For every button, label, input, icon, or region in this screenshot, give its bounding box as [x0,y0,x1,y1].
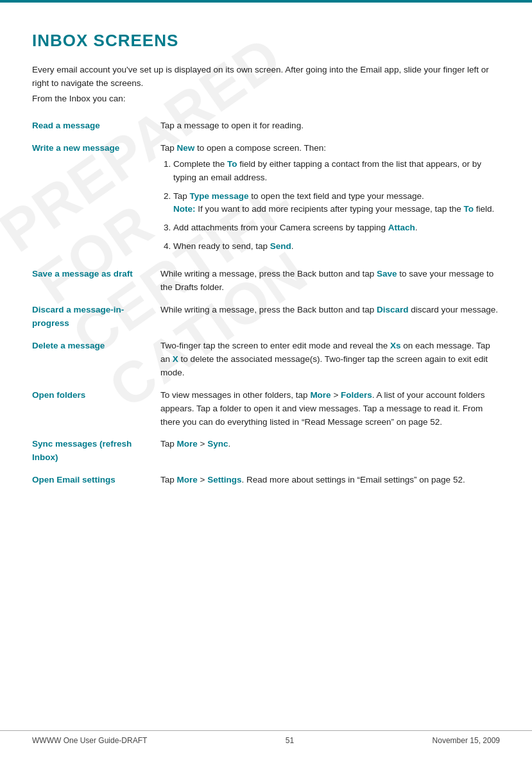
table-row: Read a messageTap a message to open it f… [32,115,500,137]
table-row: Open Email settingsTap More > Settings. … [32,469,500,492]
table-row: Save a message as draftWhile writing a m… [32,263,500,299]
table-row: Open foldersTo view messages in other fo… [32,384,500,434]
teal-text: More [177,439,198,449]
teal-text: More [177,475,198,484]
step-item: Tap Type message to open the text field … [173,190,500,217]
teal-text: New [177,143,195,153]
teal-text: X [173,354,178,364]
teal-text: Discard [377,305,409,314]
teal-text: More [310,390,330,400]
row-desc: While writing a message, press the Back … [160,263,500,299]
page: PREPAREDFORCERTIFI-CATION INBOX SCREENS … [0,0,532,763]
table-row: Sync messages (refresh Inbox)Tap More > … [32,433,500,469]
teal-text: Xs [390,341,401,350]
row-label: Delete a message [32,335,160,384]
note-label: Note: [173,204,196,214]
row-label: Open Email settings [32,469,160,492]
teal-text: Folders [341,390,372,400]
content-table: Read a messageTap a message to open it f… [32,115,500,492]
row-desc: Tap More > Settings. Read more about set… [160,469,500,492]
teal-text: Sync [207,439,228,449]
row-desc: Tap More > Sync. [160,433,500,469]
teal-text: To [463,204,474,214]
row-desc: Tap a message to open it for reading. [160,115,500,137]
teal-text: Save [377,269,397,279]
step-item: Complete the To field by either tapping … [173,158,500,185]
teal-text: To [227,159,237,169]
row-label: Save a message as draft [32,263,160,299]
teal-text: Attach [388,223,415,232]
row-label: Discard a message-in-progress [32,299,160,335]
table-row: Delete a messageTwo-finger tap the scree… [32,335,500,384]
row-desc: Tap New to open a compose screen. Then:C… [160,137,500,263]
row-label: Open folders [32,384,160,434]
row-label: Sync messages (refresh Inbox) [32,433,160,469]
intro-text: Every email account you've set up is dis… [32,64,500,90]
footer-left: WWWW One User Guide-DRAFT [32,736,147,745]
teal-text: Type message [190,191,249,201]
row-desc: To view messages in other folders, tap M… [160,384,500,434]
from-line: From the Inbox you can: [32,94,500,103]
table-row: Discard a message-in-progressWhile writi… [32,299,500,335]
teal-text: Send [270,241,291,251]
teal-text: Settings [207,475,241,484]
step-item: Add attachments from your Camera screens… [173,221,500,235]
footer: WWWW One User Guide-DRAFT 51 November 15… [0,730,532,745]
table-row: Write a new messageTap New to open a com… [32,137,500,263]
step-item: When ready to send, tap Send. [173,240,500,253]
row-desc: While writing a message, press the Back … [160,299,500,335]
footer-center: 51 [147,736,432,745]
row-label: Write a new message [32,137,160,263]
footer-right: November 15, 2009 [433,736,500,745]
top-border [0,0,532,3]
page-title: INBOX SCREENS [32,31,500,51]
row-label: Read a message [32,115,160,137]
row-desc: Two-finger tap the screen to enter edit … [160,335,500,384]
steps-list: Complete the To field by either tapping … [173,158,500,254]
